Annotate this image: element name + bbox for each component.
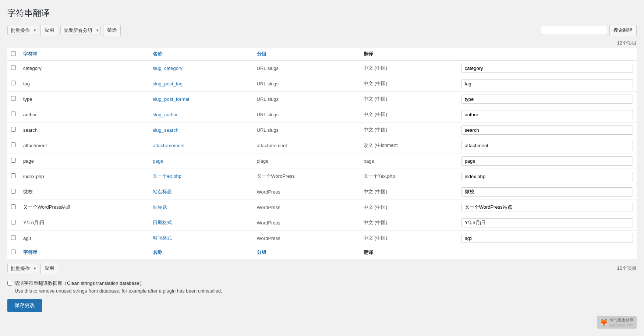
bulk-action-select[interactable]: 批量操作 <box>7 26 38 35</box>
translation-input-6[interactable] <box>461 156 633 166</box>
item-count-top: 12个项目 <box>617 40 637 46</box>
translation-input-3[interactable] <box>461 110 633 119</box>
tfoot-name-link[interactable]: 名称 <box>153 250 162 255</box>
bulk-action-select-wrap[interactable]: 批量操作 <box>7 26 38 35</box>
cell-input-11[interactable] <box>458 230 637 246</box>
cell-name-10: 日期格式 <box>149 215 253 230</box>
cell-input-6[interactable] <box>458 153 637 169</box>
translation-input-2[interactable] <box>461 95 633 104</box>
cell-translation-6: page <box>360 153 458 169</box>
cell-name-0: slug_category <box>149 60 253 76</box>
cell-string-2: type <box>20 91 149 107</box>
cell-name-9: 副标题 <box>149 199 253 215</box>
watermark-icon: 🦊 <box>600 318 608 326</box>
cell-input-5[interactable] <box>458 138 637 153</box>
translation-input-9[interactable] <box>461 203 633 212</box>
apply-button-bottom[interactable]: 应用 <box>40 263 58 274</box>
row-checkbox-6[interactable] <box>11 158 16 163</box>
cell-group-0: URL slugs <box>253 60 360 76</box>
cell-string-11: ag:i <box>20 230 149 246</box>
row-checkbox-2[interactable] <box>11 96 16 101</box>
watermark: 🦊 淘气哥素材网 www.tqge.com <box>597 316 637 329</box>
cell-translation-2: 中文 (中国) <box>360 91 458 107</box>
translation-input-4[interactable] <box>461 125 633 135</box>
cell-input-3[interactable] <box>458 107 637 122</box>
cell-string-10: Y年n月j日 <box>20 215 149 230</box>
filter-button[interactable]: 筛选 <box>103 25 121 36</box>
cell-name-11: 时间格式 <box>149 230 253 246</box>
row-checkbox-11[interactable] <box>11 235 16 240</box>
save-button[interactable]: 保存更改 <box>7 299 42 312</box>
th-name-link[interactable]: 名称 <box>153 51 162 57</box>
cell-input-10[interactable] <box>458 215 637 230</box>
clean-section: 清洁字符串翻译数据库（Clean strings translation dat… <box>7 280 637 294</box>
view-all-groups-select[interactable]: 查看所有分组 <box>60 26 101 35</box>
page-title: 字符串翻译 <box>7 7 637 19</box>
clean-label-text: 清洁字符串翻译数据库（Clean strings translation dat… <box>14 280 144 287</box>
tfoot-checkbox <box>7 246 20 259</box>
th-string-link[interactable]: 字符串 <box>23 51 38 57</box>
cell-group-4: URL slugs <box>253 122 360 138</box>
table-row: category slug_category URL slugs 中文 (中国) <box>7 60 637 76</box>
clean-label[interactable]: 清洁字符串翻译数据库（Clean strings translation dat… <box>7 280 637 287</box>
bulk-action-select-bottom[interactable]: 批量操作 <box>7 264 38 273</box>
watermark-line2: www.tqge.com <box>609 323 634 327</box>
row-checkbox-5[interactable] <box>11 142 16 147</box>
row-checkbox-4[interactable] <box>11 127 16 132</box>
row-checkbox-9[interactable] <box>11 204 16 209</box>
th-input <box>458 48 637 61</box>
row-checkbox-8[interactable] <box>11 189 16 194</box>
apply-button[interactable]: 应用 <box>40 25 58 36</box>
tfoot-group-link[interactable]: 分组 <box>257 250 266 255</box>
cell-input-0[interactable] <box>458 60 637 76</box>
translation-input-5[interactable] <box>461 141 633 150</box>
cell-input-8[interactable] <box>458 184 637 199</box>
cell-group-3: URL slugs <box>253 107 360 122</box>
cell-input-1[interactable] <box>458 76 637 91</box>
clean-description: Use this to remove unused strings from d… <box>15 288 637 294</box>
cell-translation-7: 又一个¥ex.php <box>360 169 458 184</box>
cell-group-7: 又一个WordPress <box>253 169 360 184</box>
cell-name-7: 又一个ex.php <box>149 169 253 184</box>
translation-input-1[interactable] <box>461 79 633 88</box>
translation-input-10[interactable] <box>461 218 633 227</box>
table-row: index.php 又一个ex.php 又一个WordPress 又一个¥ex.… <box>7 169 637 184</box>
select-all-checkbox[interactable] <box>11 51 16 56</box>
cell-name-4: slug_search <box>149 122 253 138</box>
th-group-link[interactable]: 分组 <box>257 51 266 57</box>
cell-input-2[interactable] <box>458 91 637 107</box>
row-checkbox-10[interactable] <box>11 220 16 224</box>
cell-group-9: WordPress <box>253 199 360 215</box>
tfoot-translation: 翻译 <box>360 246 458 259</box>
translation-input-8[interactable] <box>461 187 633 197</box>
table-row: attachment attachrmement attachmement 改文… <box>7 138 637 153</box>
table-row: author slug_author URL slugs 中文 (中国) <box>7 107 637 122</box>
translation-input-0[interactable] <box>461 64 633 73</box>
cell-translation-8: 中文 (中国) <box>360 184 458 199</box>
tfoot-string-link[interactable]: 字符串 <box>23 250 38 255</box>
search-button[interactable]: 搜索翻译 <box>609 25 637 36</box>
row-checkbox-1[interactable] <box>11 81 16 85</box>
table-row: tag slug_post_tag URL slugs 中文 (中国) <box>7 76 637 91</box>
table-row: 微校 站点标题 WordPress 中文 (中国) <box>7 184 637 199</box>
search-input[interactable] <box>541 26 607 35</box>
bulk-action-select-bottom-wrap[interactable]: 批量操作 <box>7 264 38 273</box>
toolbar-left: 批量操作 应用 查看所有分组 筛选 <box>7 25 121 36</box>
table-row: page page piage page <box>7 153 637 169</box>
row-checkbox-0[interactable] <box>11 65 16 70</box>
table-row: Y年n月j日 日期格式 WordPress 中文 (中国) <box>7 215 637 230</box>
row-checkbox-7[interactable] <box>11 173 16 178</box>
view-all-groups-select-wrap[interactable]: 查看所有分组 <box>60 26 101 35</box>
cell-input-4[interactable] <box>458 122 637 138</box>
cell-input-9[interactable] <box>458 199 637 215</box>
cell-input-7[interactable] <box>458 169 637 184</box>
bottom-toolbar-left: 批量操作 应用 <box>7 263 58 274</box>
tfoot-group: 分组 <box>253 246 360 259</box>
select-all-checkbox-bottom[interactable] <box>11 250 16 254</box>
tfoot-input <box>458 246 637 259</box>
translation-input-11[interactable] <box>461 234 633 243</box>
row-checkbox-3[interactable] <box>11 112 16 116</box>
translation-input-7[interactable] <box>461 172 633 181</box>
cell-string-9: 又一个WordPress站点 <box>20 199 149 215</box>
clean-checkbox[interactable] <box>7 281 12 286</box>
